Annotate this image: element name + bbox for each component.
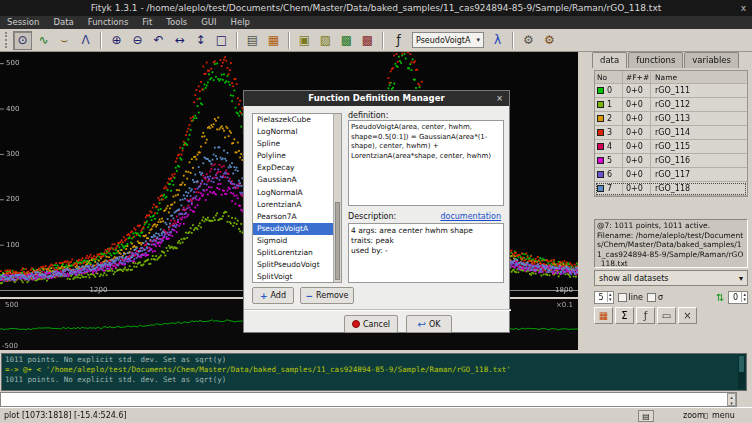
zoom-prev-button[interactable]: ↶ — [149, 31, 168, 50]
command-input-row: ▴▾ — [0, 392, 752, 407]
function-item-Sigmoid[interactable]: Sigmoid — [253, 235, 341, 247]
function-item-GaussianA[interactable]: GaussianA — [253, 174, 341, 186]
zoom-x-auto-button[interactable]: ↔ — [170, 31, 189, 50]
dataset-row-rGO_114[interactable]: 30+0rGO_114 — [595, 126, 747, 140]
function-item-PseudoVoigtA[interactable]: PseudoVoigtA — [253, 223, 341, 235]
zoom-out-button[interactable]: ⊖ — [128, 31, 147, 50]
view-aux-plot-button[interactable]: ▩ — [358, 31, 377, 50]
dataset-row-rGO_115[interactable]: 40+0rGO_115 — [595, 140, 747, 154]
fit-run-button[interactable]: ⚙ — [519, 31, 538, 50]
dataset-row-rGO_111[interactable]: 00+0rGO_111 — [595, 84, 747, 98]
console-scrollbar-thumb[interactable] — [739, 356, 744, 372]
toolbar-separator — [288, 32, 290, 49]
cancel-button[interactable]: Cancel — [344, 315, 398, 333]
checkbox-icon[interactable] — [618, 293, 627, 302]
titlebar[interactable]: Fityk 1.3.1 - /home/aleplo/test/Document… — [0, 0, 752, 16]
status-config-button[interactable]: ▤ — [638, 410, 654, 422]
zoom-all-button[interactable]: □ — [212, 31, 231, 50]
function-item-ExpDecay[interactable]: ExpDecay — [253, 162, 341, 174]
point-size-stepper[interactable]: 5 ▴▾ — [594, 291, 614, 304]
function-item-PielaszekCube[interactable]: PielaszekCube — [253, 114, 341, 126]
window-close-button[interactable]: x — [741, 0, 746, 16]
page-setup-button[interactable]: ▤ — [243, 31, 262, 50]
delete-dataset-button[interactable]: × — [678, 307, 697, 324]
toolbar-separator — [236, 32, 238, 49]
dataset-row-rGO_116[interactable]: 50+0rGO_116 — [595, 154, 747, 168]
function-list[interactable]: PielaszekCubeLogNormalSplinePolylineExpD… — [252, 113, 342, 283]
function-type-select[interactable]: PseudoVoigtA▾ — [412, 32, 484, 48]
fit-settings-button[interactable]: ⚙ — [540, 31, 559, 50]
dataset-colors-button[interactable]: ▦ — [594, 307, 613, 324]
function-item-Spline[interactable]: Spline — [253, 138, 341, 150]
console-scrollbar[interactable] — [738, 355, 745, 389]
view-main-plot-button[interactable]: ▩ — [337, 31, 356, 50]
function-item-SplitLorentzian[interactable]: SplitLorentzian — [253, 247, 341, 259]
line-checkbox[interactable]: line — [618, 293, 643, 302]
tab-variables[interactable]: variables — [684, 52, 739, 68]
sum-button[interactable]: Σ — [615, 307, 634, 324]
command-input[interactable] — [0, 392, 737, 407]
menu-item-help[interactable]: Help — [224, 16, 257, 29]
menu-item-gui[interactable]: GUI — [194, 16, 223, 29]
dataset-row-rGO_112[interactable]: 10+0rGO_112 — [595, 98, 747, 112]
dialog-titlebar[interactable]: Function Definition Manager × — [244, 91, 509, 106]
spinner-arrows-icon[interactable]: ▴▾ — [607, 292, 613, 302]
command-history-spinner[interactable]: ▴▾ — [727, 393, 736, 406]
function-item-SplitPseudoVoigt[interactable]: SplitPseudoVoigt — [253, 259, 341, 271]
menu-item-session[interactable]: Session — [0, 16, 46, 29]
define-function-button[interactable]: λ — [488, 31, 507, 50]
data-transform-button[interactable]: ƒ — [636, 307, 655, 324]
status-zoom-label[interactable]: zoom — [683, 411, 705, 420]
definition-label: definition: — [348, 111, 388, 120]
definition-textarea[interactable]: PseudoVoigtA(area, center, hwhm, shape=0… — [348, 120, 504, 206]
execute-script-button[interactable]: ▨ — [316, 31, 335, 50]
function-item-LogNormal[interactable]: LogNormal — [253, 126, 341, 138]
y-tick-label: 500 — [6, 59, 19, 67]
menu-item-functions[interactable]: Functions — [81, 16, 136, 29]
mode-zoom-button[interactable]: ⊙ — [13, 31, 32, 50]
datasets-filter-dropdown[interactable]: show all datasets ▾ — [594, 270, 748, 286]
fityk-window: Fityk 1.3.1 - /home/aleplo/test/Document… — [0, 0, 752, 423]
load-data-button[interactable]: ▣ — [295, 31, 314, 50]
output-console[interactable]: 1011 points. No explicit std. dev. Set a… — [1, 353, 747, 391]
function-item-LorentzianA[interactable]: LorentzianA — [253, 199, 341, 211]
sigma-checkbox[interactable]: σ — [647, 293, 663, 302]
spinner-arrows-icon[interactable]: ▴▾ — [741, 292, 747, 302]
dialog-close-icon[interactable]: × — [496, 91, 503, 106]
menu-item-data[interactable]: Data — [46, 16, 80, 29]
function-item-SplitVoigt[interactable]: SplitVoigt — [253, 271, 341, 283]
function-list-scrollbar[interactable] — [333, 114, 341, 282]
mode-baseline-button[interactable]: ⌣ — [55, 31, 74, 50]
tab-data[interactable]: data — [592, 52, 627, 68]
ok-button[interactable]: ↩ OK — [406, 315, 452, 333]
info-filename: Filename: /home/aleplo/test/Documents/Ch… — [597, 231, 745, 269]
toolbar-drag-handle[interactable] — [5, 32, 9, 48]
remove-function-type-button[interactable]: − Remove — [300, 287, 354, 304]
status-menu-label[interactable]: menu — [712, 411, 735, 420]
function-list-scrollbar-thumb[interactable] — [335, 202, 340, 280]
function-item-Pearson7A[interactable]: Pearson7A — [253, 211, 341, 223]
menu-item-tools[interactable]: Tools — [159, 16, 194, 29]
documentation-link[interactable]: documentation — [440, 212, 501, 221]
function-item-LogNormalA[interactable]: LogNormalA — [253, 187, 341, 199]
dataset-row-rGO_113[interactable]: 20+0rGO_113 — [595, 112, 747, 126]
add-function-type-button[interactable]: + Add — [252, 287, 294, 304]
menu-item-fit[interactable]: Fit — [135, 16, 159, 29]
mode-data-range-button[interactable]: ∿ — [34, 31, 53, 50]
color-config-button[interactable]: ▦ — [264, 31, 283, 50]
function-item-Polyline[interactable]: Polyline — [253, 150, 341, 162]
shift-value: 0 — [729, 293, 741, 302]
rename-dataset-button[interactable]: ▭ — [657, 307, 676, 324]
dataset-row-rGO_118[interactable]: 70+0rGO_118 — [595, 182, 747, 196]
dataset-row-rGO_117[interactable]: 60+0rGO_117 — [595, 168, 747, 182]
dataset-number-cell: 6 — [595, 168, 623, 181]
zoom-y-auto-button[interactable]: ↕ — [191, 31, 210, 50]
checkbox-icon[interactable] — [647, 293, 656, 302]
dataset-number-cell: 1 — [595, 98, 623, 111]
remove-button-label: Remove — [316, 291, 348, 300]
zoom-in-button[interactable]: ⊕ — [107, 31, 126, 50]
tab-functions[interactable]: functions — [628, 52, 683, 68]
add-function-button[interactable]: ƒ — [389, 31, 408, 50]
mode-add-peak-button[interactable]: Λ — [76, 31, 95, 50]
shift-stepper[interactable]: 0 ▴▾ — [728, 291, 748, 304]
